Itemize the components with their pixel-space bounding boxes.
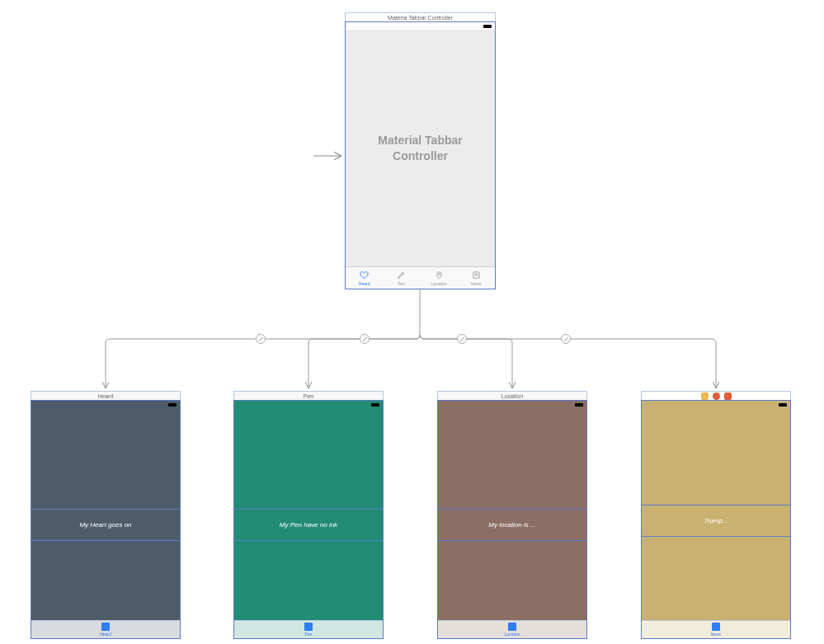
scene-news[interactable]: Trump... News	[641, 391, 791, 639]
scene-title[interactable]: Pen	[233, 391, 384, 400]
status-bar	[346, 22, 495, 30]
controller-body: Material Tabbar Controller	[346, 30, 495, 266]
tab-pen[interactable]: Pen	[383, 267, 420, 289]
svg-point-1	[438, 273, 440, 275]
tab-label: Heard	[359, 281, 370, 286]
battery-icon	[575, 403, 583, 407]
battery-icon	[168, 403, 177, 407]
label-band[interactable]: My location is ...	[438, 509, 586, 541]
tab-heard[interactable]: Heard	[346, 267, 383, 289]
view-label: My Pen have no ink	[280, 521, 337, 529]
view-body: My Heart goes on	[31, 401, 180, 620]
tab-label: Location	[431, 281, 447, 286]
battery-icon	[371, 403, 379, 407]
tab-news[interactable]: News	[458, 267, 495, 289]
tab-label: News	[471, 281, 482, 286]
segue-badge	[256, 334, 266, 344]
tab-placeholder-icon	[304, 623, 313, 631]
view-body: My Pen have no ink	[234, 401, 383, 620]
status-bar	[642, 401, 790, 408]
segue-badge	[457, 334, 467, 344]
scene-title[interactable]: Materia Tabbar Controller	[345, 12, 496, 21]
tab-label: Location	[505, 632, 520, 637]
pen-icon	[397, 270, 406, 280]
heart-icon	[360, 270, 369, 280]
tabbar: Heard	[31, 620, 180, 638]
view-body: My location is ...	[438, 401, 586, 620]
view-body: Trump...	[642, 401, 790, 620]
status-bar	[234, 401, 383, 408]
location-icon	[435, 270, 444, 280]
tabbar: Pen	[234, 620, 383, 638]
tab-placeholder-icon	[508, 623, 516, 631]
view-label: My Heart goes on	[79, 521, 131, 529]
scene-title[interactable]: Location	[437, 391, 587, 400]
status-bar	[438, 401, 586, 408]
scene-icon	[701, 393, 709, 400]
tab-label: Pen	[398, 281, 405, 286]
tab-label: Pen	[305, 632, 313, 637]
tabbar: Location	[438, 620, 586, 638]
view-label: My location is ...	[488, 521, 535, 529]
news-icon	[472, 270, 481, 280]
scene-pen[interactable]: Pen My Pen have no ink Pen	[233, 391, 384, 639]
label-band[interactable]: My Heart goes on	[31, 509, 180, 541]
master-scene[interactable]: Materia Tabbar Controller Material Tabba…	[345, 12, 496, 289]
label-band[interactable]: Trump...	[642, 505, 790, 537]
battery-icon	[779, 403, 787, 407]
tab-location[interactable]: Location	[421, 267, 458, 289]
segue-badge	[360, 334, 370, 344]
tabbar: News	[642, 620, 790, 638]
scene-heard[interactable]: Heard My Heart goes on Heard	[31, 391, 181, 639]
tab-placeholder-icon	[712, 623, 720, 631]
view-label: Trump...	[704, 517, 727, 524]
scene-title[interactable]: Heard	[31, 391, 181, 400]
tab-placeholder-icon	[101, 623, 110, 631]
scene-location[interactable]: Location My location is ... Location	[437, 391, 587, 639]
tab-label: News	[711, 632, 722, 637]
placeholder-title: Material Tabbar Controller	[378, 133, 462, 162]
segue-badge	[561, 334, 571, 344]
scene-icon	[724, 393, 732, 400]
scene-icon	[713, 393, 720, 400]
status-bar	[31, 401, 180, 408]
tabbar: Heard Pen Location News	[346, 266, 495, 289]
label-band[interactable]: My Pen have no ink	[234, 509, 383, 541]
tab-label: Heard	[100, 632, 111, 637]
battery-icon	[483, 25, 492, 28]
scene-title-icons[interactable]	[641, 391, 791, 400]
